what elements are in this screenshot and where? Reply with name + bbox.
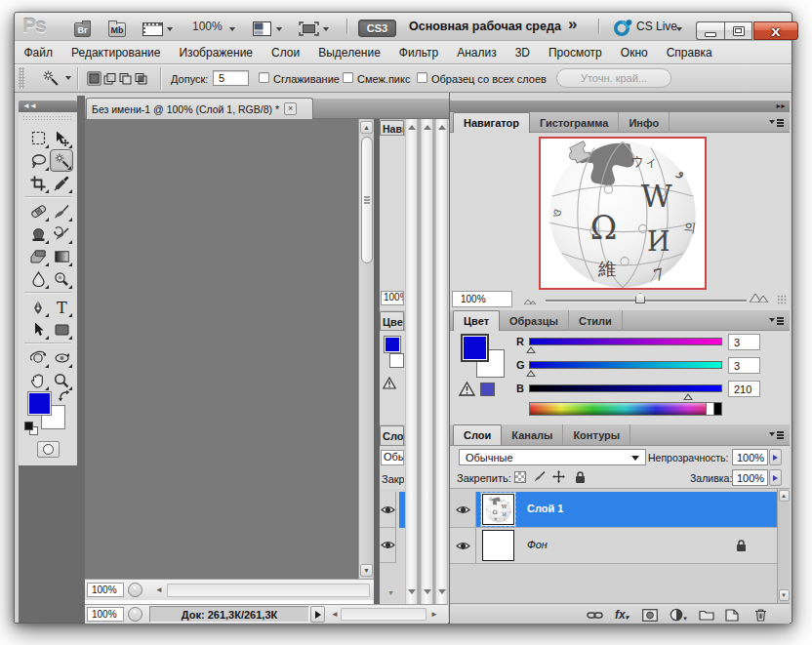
tool-path-selection[interactable] [26, 318, 50, 341]
layer-1-thumbnail[interactable] [482, 494, 514, 525]
navigator-preview[interactable] [539, 137, 707, 290]
antialias-checkbox[interactable] [259, 72, 269, 83]
hscroll-track[interactable] [167, 584, 370, 597]
zoom-level[interactable]: 100% [192, 20, 223, 33]
tool-hand[interactable] [26, 369, 50, 391]
menu-image[interactable]: Изображение [170, 46, 263, 60]
spectrum-white-cell[interactable] [706, 402, 713, 416]
channel-b-slider[interactable] [529, 384, 722, 392]
gamut-warning-icon[interactable] [459, 382, 475, 396]
document-size-display[interactable]: Док: 261,3К/261,3К [149, 606, 309, 623]
foreground-color-swatch[interactable] [27, 391, 52, 416]
delete-layer-icon[interactable] [751, 607, 770, 623]
tool-eyedropper[interactable] [50, 172, 73, 194]
menu-select[interactable]: Выделение [309, 46, 390, 60]
default-colors-icon[interactable] [24, 422, 33, 430]
zoom-level-caret[interactable] [229, 27, 235, 31]
swap-colors-icon[interactable] [58, 389, 71, 402]
tool-healing-brush[interactable] [26, 200, 50, 222]
menu-3d[interactable]: 3D [506, 46, 539, 60]
navigator-zoom-slider-track[interactable] [546, 300, 747, 302]
channel-g-slider[interactable] [529, 361, 722, 369]
hscroll2-track[interactable] [341, 608, 426, 621]
document-vertical-scrollbar[interactable]: ▲ ▼ [358, 119, 374, 579]
channel-g-value[interactable]: 3 [728, 357, 760, 374]
navigator-panel-menu-icon[interactable] [769, 118, 784, 127]
screen-mode-caret[interactable] [323, 27, 329, 31]
zoom-out-mountains-icon[interactable] [524, 298, 537, 304]
panel-resize-grip[interactable] [777, 295, 787, 304]
tool-eraser[interactable] [26, 245, 50, 267]
opacity-value[interactable]: 100% [732, 449, 768, 465]
scroll-up-button[interactable]: ▲ [360, 121, 373, 134]
layer-1-eye-cell[interactable] [450, 492, 476, 527]
arrange-documents-icon[interactable] [253, 21, 271, 36]
tool-brush[interactable] [50, 200, 73, 222]
adjustment-layer-icon[interactable]: ▾ [669, 607, 688, 623]
color-panel-menu-icon[interactable] [769, 316, 784, 325]
mini-background-swatch[interactable] [389, 353, 404, 368]
menu-help[interactable]: Справка [657, 46, 721, 60]
channel-r-thumb[interactable] [526, 346, 536, 353]
channel-b-value[interactable]: 210 [728, 381, 760, 397]
layer-row-2[interactable]: Фон [450, 528, 777, 564]
tool-pen[interactable] [26, 296, 50, 318]
selection-mode-subtract[interactable] [118, 71, 133, 86]
tolerance-input[interactable]: 5 [213, 70, 249, 86]
menu-analysis[interactable]: Анализ [448, 46, 507, 60]
palette-collapse-header[interactable]: ◄◄ [19, 101, 77, 112]
maximize-button[interactable] [724, 21, 752, 40]
cs-live-caret[interactable] [676, 27, 682, 31]
tool-clone-stamp[interactable] [26, 222, 50, 245]
options-grip[interactable] [19, 67, 24, 89]
workspace-cs3-button[interactable]: CS3 [358, 20, 396, 37]
tool-dodge[interactable] [50, 267, 73, 290]
contiguous-checkbox[interactable] [343, 72, 353, 83]
lock-position-icon[interactable] [551, 469, 566, 484]
hscroll2-right-arrow[interactable]: ► [430, 611, 438, 619]
mini-navigator-zoom[interactable]: 100% [381, 291, 404, 305]
opacity-spinner[interactable] [769, 449, 782, 465]
hscroll2-left-arrow[interactable]: ◄ [331, 611, 339, 619]
hscroll-left-arrow[interactable]: ◄ [155, 586, 163, 594]
view-extras-caret[interactable] [167, 27, 173, 31]
zoom-in-mountains-icon[interactable] [750, 291, 769, 302]
layers-panel-menu-icon[interactable] [769, 430, 784, 439]
web-safe-color-swatch[interactable] [480, 383, 495, 396]
status-rotate-icon-2[interactable] [128, 607, 142, 622]
bridge-button[interactable]: Br [74, 22, 91, 37]
tool-rectangular-marquee[interactable] [26, 127, 50, 149]
lock-all-icon[interactable] [573, 469, 588, 484]
layer-row-1[interactable]: Слой 1 [450, 492, 777, 528]
mini-color-tab[interactable]: Цвет [380, 311, 404, 330]
tab-swatches[interactable]: Образцы [500, 310, 569, 331]
layer-scroll-down[interactable]: ▼ [779, 589, 790, 601]
palette-drag-grip[interactable] [22, 115, 73, 122]
menu-edit[interactable]: Редактирование [62, 46, 170, 60]
status-zoom-field-2[interactable]: 100% [87, 607, 124, 622]
new-group-icon[interactable] [697, 607, 716, 623]
mini-scroll-down[interactable]: ▼ [387, 589, 394, 596]
menu-file[interactable]: Файл [15, 46, 62, 60]
menu-filter[interactable]: Фильтр [389, 46, 447, 60]
tab-info[interactable]: Инфо [619, 112, 670, 133]
status-options-button[interactable] [310, 606, 325, 623]
cs-live-icon[interactable] [613, 19, 632, 36]
tool-lasso[interactable] [26, 149, 50, 172]
tool-3d-rotate[interactable] [26, 346, 50, 369]
tab-layers[interactable]: Слои [453, 424, 502, 445]
tab-paths[interactable]: Контуры [563, 424, 630, 445]
tool-3d-orbit[interactable] [50, 346, 73, 369]
menu-layers[interactable]: Слои [263, 46, 309, 60]
arrange-documents-caret[interactable] [276, 27, 282, 31]
document-close-icon[interactable]: × [284, 102, 297, 115]
add-layer-mask-icon[interactable] [640, 607, 660, 623]
navigator-zoom-field[interactable]: 100% [452, 291, 512, 307]
tab-color[interactable]: Цвет [453, 310, 500, 331]
tab-channels[interactable]: Каналы [502, 424, 563, 445]
layer-style-fx-icon[interactable]: fx▾ [612, 607, 631, 623]
channel-b-thumb[interactable] [683, 393, 693, 400]
layer-scroll-up[interactable]: ▲ [779, 490, 790, 502]
color-spectrum-ramp[interactable] [529, 402, 722, 416]
panel-foreground-swatch[interactable] [461, 334, 489, 362]
